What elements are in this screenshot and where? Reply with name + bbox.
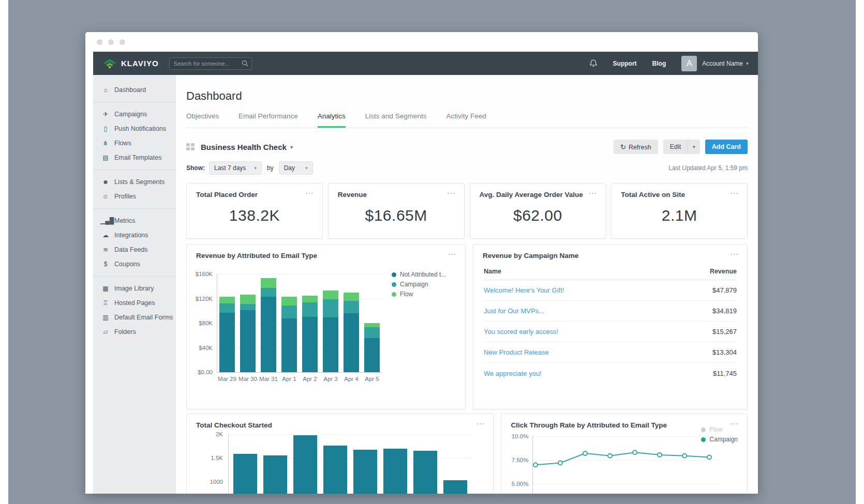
- stacked-bar-mar-30[interactable]: [240, 295, 256, 372]
- sidebar-item-profiles[interactable]: ☺Profiles: [93, 189, 176, 204]
- sidebar-item-flows[interactable]: ⋔Flows: [93, 136, 176, 150]
- brand-name: KLAVIYO: [121, 59, 159, 68]
- data-point-marker[interactable]: [633, 450, 637, 454]
- data-point-marker[interactable]: [707, 455, 711, 459]
- card-menu-button[interactable]: ⋯: [730, 191, 739, 196]
- stacked-bar-apr-3[interactable]: [323, 291, 338, 372]
- search-input[interactable]: [169, 57, 252, 70]
- sidebar-item-hosted-pages[interactable]: ♖Hosted Pages: [93, 296, 176, 310]
- campaign-link[interactable]: You scored early access!: [484, 328, 558, 335]
- revenue-value: $34,819: [712, 307, 737, 315]
- klaviyo-logo[interactable]: KLAVIYO: [102, 58, 159, 69]
- bar-segment-flow: [302, 296, 318, 302]
- bar[interactable]: [233, 454, 257, 494]
- support-link[interactable]: Support: [613, 60, 637, 67]
- data-point-marker[interactable]: [608, 454, 612, 458]
- tab-objectives[interactable]: Objectives: [186, 112, 219, 128]
- stacked-bar-apr-2[interactable]: [302, 296, 318, 372]
- date-range-select[interactable]: Last 7 days▾: [209, 161, 262, 175]
- sidebar-item-coupons[interactable]: $Coupons: [93, 257, 176, 271]
- sidebar-item-integrations[interactable]: ☁Integrations: [93, 228, 176, 242]
- campaign-link[interactable]: Just for Our MVPs...: [484, 307, 544, 315]
- stacked-bar-apr-5[interactable]: [364, 323, 380, 372]
- bar[interactable]: [263, 455, 287, 494]
- bar-segment-flow: [281, 297, 297, 306]
- edit-button[interactable]: Edit: [663, 140, 688, 154]
- window-control-dot[interactable]: [120, 39, 125, 45]
- notifications-bell-icon[interactable]: [589, 59, 598, 68]
- board-switcher-icon[interactable]: [186, 143, 195, 150]
- legend-dot-icon: [392, 282, 396, 287]
- sidebar-item-metrics[interactable]: ▁▄█Metrics: [93, 213, 176, 228]
- metric-card-header: Revenue⋯: [329, 184, 464, 198]
- sidebar-item-dashboard[interactable]: ⌂Dashboard: [93, 83, 176, 97]
- data-point-marker[interactable]: [583, 451, 587, 455]
- tab-activity-feed[interactable]: Activity Feed: [446, 112, 486, 128]
- bar-segment-flow: [364, 323, 380, 327]
- tab-email-performance[interactable]: Email Performance: [239, 112, 298, 128]
- add-card-button[interactable]: Add Card: [705, 140, 748, 154]
- bar-segment-campaign: [240, 304, 256, 310]
- sidebar-item-campaigns[interactable]: ✈Campaigns: [93, 107, 176, 121]
- legend-item-campaign[interactable]: Campaign: [392, 281, 446, 288]
- rss-icon: ≋: [100, 246, 111, 253]
- data-point-marker[interactable]: [558, 461, 562, 465]
- legend-item-flow[interactable]: Flow: [392, 291, 446, 298]
- card-menu-button[interactable]: ⋯: [730, 252, 739, 257]
- stacked-bar-apr-1[interactable]: [281, 297, 297, 372]
- board-title-caret-icon[interactable]: ▾: [290, 144, 293, 150]
- bar-segment-flow: [240, 295, 256, 304]
- refresh-button[interactable]: ↻Refresh: [614, 140, 658, 154]
- sidebar-item-folders[interactable]: ▱Folders: [93, 325, 176, 339]
- card-menu-button[interactable]: ⋯: [588, 191, 597, 196]
- window-control-dot[interactable]: [97, 39, 102, 45]
- card-menu-button[interactable]: ⋯: [447, 191, 456, 196]
- sidebar-item-default-email-forms[interactable]: ▥Default Email Forms: [93, 310, 176, 325]
- sidebar-item-data-feeds[interactable]: ≋Data Feeds: [93, 242, 176, 257]
- window-control-dot[interactable]: [108, 39, 114, 45]
- campaign-link[interactable]: New Product Release: [484, 348, 549, 356]
- total-checkout-started-card: Total Checkout Started ⋯ 2K1.5K1000: [186, 414, 494, 494]
- campaign-link[interactable]: Welcome! Here's Your Gift!: [484, 286, 564, 294]
- bar-segment-not-attributed-t: [281, 318, 297, 373]
- blog-link[interactable]: Blog: [652, 60, 666, 67]
- sidebar-item-label: Folders: [114, 328, 136, 335]
- legend-dot-icon: [701, 437, 706, 442]
- folder-icon: ▱: [100, 328, 111, 335]
- stacked-bar-apr-4[interactable]: [344, 293, 359, 372]
- tab-lists-and-segments[interactable]: Lists and Segments: [365, 112, 427, 128]
- filter-row: Show: Last 7 days▾ by Day▾ Last Updated …: [186, 161, 748, 175]
- campaign-link[interactable]: We appreciate you!: [484, 370, 542, 377]
- sidebar-item-email-templates[interactable]: ▤Email Templates: [93, 150, 176, 165]
- data-point-marker[interactable]: [533, 463, 538, 467]
- edit-caret-button[interactable]: ▾: [688, 140, 700, 154]
- sidebar-item-image-library[interactable]: ▦Image Library: [93, 281, 176, 296]
- legend-item-campaign[interactable]: Campaign: [701, 436, 738, 443]
- legend-label: Flow: [400, 291, 413, 298]
- legend-item-not-attributed-t[interactable]: Not Attributed t...: [392, 271, 446, 278]
- stacked-bar-mar-29[interactable]: [219, 297, 235, 372]
- card-menu-button[interactable]: ⋯: [448, 252, 457, 257]
- bar[interactable]: [323, 446, 347, 494]
- bar-segment-not-attributed-t: [364, 338, 380, 373]
- board-title[interactable]: Business Health Check: [201, 143, 287, 151]
- sidebar-item-push-notifications[interactable]: ▯Push Notifications: [93, 121, 176, 136]
- bar[interactable]: [383, 449, 407, 494]
- legend-item-flow[interactable]: Flow: [701, 426, 738, 433]
- tab-analytics[interactable]: Analytics: [318, 112, 346, 128]
- data-point-marker[interactable]: [682, 454, 687, 458]
- bar[interactable]: [413, 451, 437, 494]
- account-avatar[interactable]: A: [681, 56, 697, 71]
- interval-select[interactable]: Day▾: [279, 161, 313, 175]
- bar[interactable]: [443, 480, 467, 494]
- bar[interactable]: [353, 450, 377, 494]
- account-menu-caret-icon[interactable]: ▾: [746, 60, 749, 66]
- card-menu-button[interactable]: ⋯: [305, 191, 314, 196]
- navbar-right: Support Blog A Account Name ▾: [584, 56, 749, 71]
- stacked-bar-mar-31[interactable]: [261, 278, 276, 372]
- bar[interactable]: [293, 435, 317, 494]
- sidebar-item-lists-segments[interactable]: ☻Lists & Segments: [93, 175, 176, 189]
- data-point-marker[interactable]: [658, 453, 662, 457]
- table-row: We appreciate you!$11,745: [484, 363, 737, 384]
- card-menu-button[interactable]: ⋯: [476, 421, 485, 426]
